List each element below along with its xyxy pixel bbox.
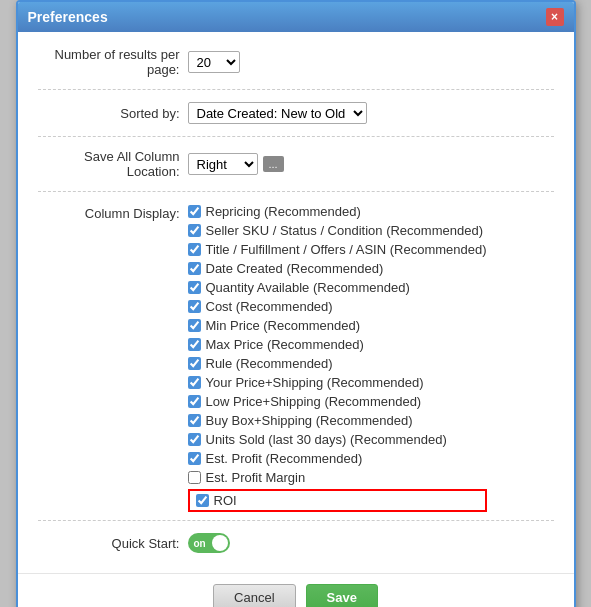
column-checkbox-3[interactable] [188, 262, 201, 275]
column-checkbox-15[interactable] [196, 494, 209, 507]
column-location-save-button[interactable]: ... [263, 156, 284, 172]
column-checkbox-7[interactable] [188, 338, 201, 351]
column-checkbox-9[interactable] [188, 376, 201, 389]
quick-start-toggle[interactable]: on [188, 533, 230, 553]
column-checkbox-2[interactable] [188, 243, 201, 256]
column-label-10: Low Price+Shipping (Recommended) [206, 394, 422, 409]
list-item: Date Created (Recommended) [188, 261, 487, 276]
column-location-label: Save All Column Location: [38, 149, 188, 179]
column-label-6: Min Price (Recommended) [206, 318, 361, 333]
column-label-15: ROI [214, 493, 237, 508]
checkboxes-list: Repricing (Recommended)Seller SKU / Stat… [188, 204, 487, 512]
sorted-by-control: Date Created: New to Old Date Created: O… [188, 102, 367, 124]
dialog-titlebar: Preferences × [18, 2, 574, 32]
column-label-4: Quantity Available (Recommended) [206, 280, 410, 295]
dialog-footer: Cancel Save [18, 573, 574, 607]
list-item: Min Price (Recommended) [188, 318, 487, 333]
column-checkbox-6[interactable] [188, 319, 201, 332]
column-checkbox-5[interactable] [188, 300, 201, 313]
list-item: Rule (Recommended) [188, 356, 487, 371]
dialog-title: Preferences [28, 9, 108, 25]
column-label-0: Repricing (Recommended) [206, 204, 361, 219]
list-item: Quantity Available (Recommended) [188, 280, 487, 295]
quick-start-row: Quick Start: on [38, 533, 554, 553]
column-checkbox-10[interactable] [188, 395, 201, 408]
preferences-dialog: Preferences × Number of results per page… [16, 0, 576, 607]
column-checkbox-1[interactable] [188, 224, 201, 237]
list-item: Est. Profit Margin [188, 470, 487, 485]
column-label-11: Buy Box+Shipping (Recommended) [206, 413, 413, 428]
column-location-control: Right Left Center ... [188, 153, 284, 175]
results-per-page-select[interactable]: 20 50 100 [188, 51, 240, 73]
column-label-2: Title / Fulfillment / Offers / ASIN (Rec… [206, 242, 487, 257]
sorted-by-row: Sorted by: Date Created: New to Old Date… [38, 102, 554, 124]
column-checkbox-0[interactable] [188, 205, 201, 218]
column-checkbox-13[interactable] [188, 452, 201, 465]
results-per-page-row: Number of results per page: 20 50 100 [38, 47, 554, 77]
dialog-body: Number of results per page: 20 50 100 So… [18, 32, 574, 573]
list-item: Cost (Recommended) [188, 299, 487, 314]
close-button[interactable]: × [546, 8, 564, 26]
column-checkbox-12[interactable] [188, 433, 201, 446]
quick-start-label: Quick Start: [38, 536, 188, 551]
list-item: ROI [188, 489, 487, 512]
column-label-7: Max Price (Recommended) [206, 337, 364, 352]
column-checkbox-11[interactable] [188, 414, 201, 427]
column-display-row: Column Display: Repricing (Recommended)S… [38, 204, 554, 512]
toggle-knob [212, 535, 228, 551]
results-per-page-label: Number of results per page: [38, 47, 188, 77]
column-display-label: Column Display: [38, 204, 188, 221]
results-per-page-control: 20 50 100 [188, 51, 240, 73]
toggle-text: on [194, 538, 206, 549]
list-item: Buy Box+Shipping (Recommended) [188, 413, 487, 428]
list-item: Max Price (Recommended) [188, 337, 487, 352]
list-item: Seller SKU / Status / Condition (Recomme… [188, 223, 487, 238]
list-item: Units Sold (last 30 days) (Recommended) [188, 432, 487, 447]
column-label-8: Rule (Recommended) [206, 356, 333, 371]
list-item: Your Price+Shipping (Recommended) [188, 375, 487, 390]
list-item: Title / Fulfillment / Offers / ASIN (Rec… [188, 242, 487, 257]
column-label-12: Units Sold (last 30 days) (Recommended) [206, 432, 447, 447]
save-button[interactable]: Save [306, 584, 378, 607]
column-label-13: Est. Profit (Recommended) [206, 451, 363, 466]
list-item: Repricing (Recommended) [188, 204, 487, 219]
column-location-select[interactable]: Right Left Center [188, 153, 258, 175]
sorted-by-select[interactable]: Date Created: New to Old Date Created: O… [188, 102, 367, 124]
list-item: Est. Profit (Recommended) [188, 451, 487, 466]
column-label-9: Your Price+Shipping (Recommended) [206, 375, 424, 390]
column-checkbox-14[interactable] [188, 471, 201, 484]
sorted-by-label: Sorted by: [38, 106, 188, 121]
cancel-button[interactable]: Cancel [213, 584, 295, 607]
column-checkbox-4[interactable] [188, 281, 201, 294]
column-label-1: Seller SKU / Status / Condition (Recomme… [206, 223, 483, 238]
column-label-3: Date Created (Recommended) [206, 261, 384, 276]
column-label-14: Est. Profit Margin [206, 470, 306, 485]
column-location-row: Save All Column Location: Right Left Cen… [38, 149, 554, 179]
column-checkbox-8[interactable] [188, 357, 201, 370]
column-label-5: Cost (Recommended) [206, 299, 333, 314]
list-item: Low Price+Shipping (Recommended) [188, 394, 487, 409]
